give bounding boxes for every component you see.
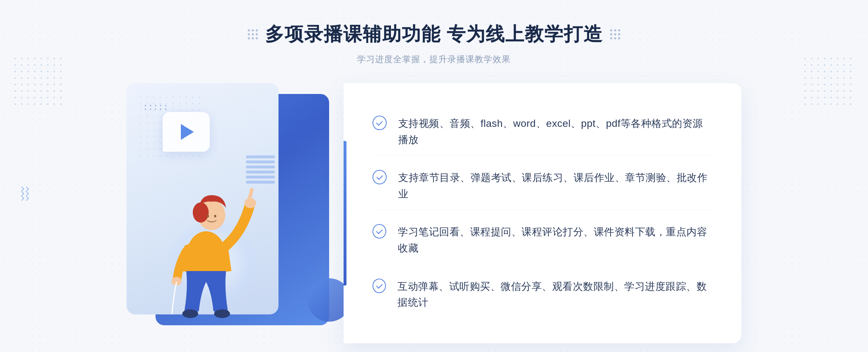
page-title: 多项录播课辅助功能 专为线上教学打造 xyxy=(265,22,603,47)
left-decoration xyxy=(14,58,64,107)
left-chevron-decoration xyxy=(20,187,28,200)
svg-point-3 xyxy=(207,215,209,218)
title-dots-left xyxy=(248,29,258,39)
svg-point-7 xyxy=(182,309,198,318)
small-dots-decoration xyxy=(145,105,168,110)
check-icon-2 xyxy=(373,170,387,184)
check-icon-3 xyxy=(373,224,386,239)
features-panel: 支持视频、音频、flash、word、excel、ppt、pdf等各种格式的资源… xyxy=(344,83,741,343)
content-wrapper: 支持视频、音频、flash、word、excel、ppt、pdf等各种格式的资源… xyxy=(127,83,741,343)
header-section: 多项录播课辅助功能 专为线上教学打造 学习进度全掌握，提升录播课教学效果 xyxy=(248,22,620,65)
page-subtitle: 学习进度全掌握，提升录播课教学效果 xyxy=(248,53,620,65)
play-bubble[interactable] xyxy=(163,112,210,152)
dot-grid-left xyxy=(14,58,64,107)
title-wrapper: 多项录播课辅助功能 专为线上教学打造 xyxy=(248,22,620,47)
feature-text-4: 互动弹幕、试听购买、微信分享、观看次数限制、学习进度跟踪、数据统计 xyxy=(397,279,712,311)
feature-text-1: 支持视频、音频、flash、word、excel、ppt、pdf等各种格式的资源… xyxy=(398,116,712,148)
feature-text-2: 支持章节目录、弹题考试、课后练习、课后作业、章节测验、批改作业 xyxy=(398,170,712,202)
chevron-decoration xyxy=(314,260,326,278)
svg-point-4 xyxy=(214,215,216,218)
check-icon-1 xyxy=(373,116,387,130)
page-container: 多项录播课辅助功能 专为线上教学打造 学习进度全掌握，提升录播课教学效果 xyxy=(0,0,868,352)
feature-item-3: 学习笔记回看、课程提问、课程评论打分、课件资料下载，重点内容收藏 xyxy=(373,217,712,264)
feature-text-3: 学习笔记回看、课程提问、课程评论打分、课件资料下载，重点内容收藏 xyxy=(398,224,712,257)
check-icon-4 xyxy=(373,279,386,293)
right-decoration xyxy=(804,58,854,107)
svg-point-8 xyxy=(214,309,230,318)
play-button-area[interactable] xyxy=(163,112,210,152)
title-dots-right xyxy=(610,29,620,39)
feature-item-1: 支持视频、音频、flash、word、excel、ppt、pdf等各种格式的资源… xyxy=(373,108,712,156)
feature-item-2: 支持章节目录、弹题考试、课后练习、课后作业、章节测验、批改作业 xyxy=(373,163,712,210)
person-illustration xyxy=(148,159,264,340)
play-triangle-icon xyxy=(181,124,194,140)
illustration-area xyxy=(127,83,344,343)
dot-grid-right xyxy=(804,58,854,107)
svg-point-2 xyxy=(193,202,209,223)
feature-item-4: 互动弹幕、试听购买、微信分享、观看次数限制、学习进度跟踪、数据统计 xyxy=(373,271,712,318)
accent-bar xyxy=(344,141,346,286)
